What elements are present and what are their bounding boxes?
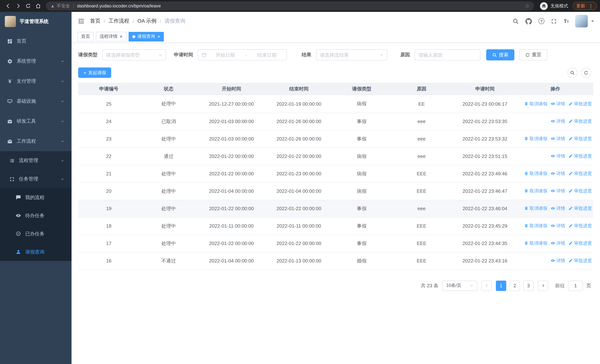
detail-link[interactable]: 详情 bbox=[551, 205, 565, 212]
next-page-button[interactable] bbox=[538, 280, 548, 291]
url-bar[interactable]: ▲ 不安全 dashboard.yudao.iocoder.cn/bpm/oa/… bbox=[46, 1, 534, 10]
approval-progress-link[interactable]: 审批进度 bbox=[569, 136, 592, 142]
search-icon[interactable] bbox=[513, 18, 519, 24]
sidebar-item-task-management[interactable]: 任务管理 bbox=[0, 170, 72, 188]
detail-link[interactable]: 详情 bbox=[551, 188, 565, 194]
cell-reason: eee bbox=[391, 148, 452, 165]
end-date-input[interactable] bbox=[251, 52, 283, 58]
fullscreen-icon[interactable] bbox=[551, 18, 557, 24]
sidebar-item-leave-query[interactable]: 请假查询 bbox=[0, 243, 72, 261]
forward-icon[interactable] bbox=[13, 1, 23, 11]
approval-progress-link[interactable]: 审批进度 bbox=[569, 170, 592, 177]
detail-link[interactable]: 详情 bbox=[551, 101, 565, 107]
tab-process-detail[interactable]: 流程详情 × bbox=[96, 32, 126, 41]
cancel-leave-link[interactable]: 取消请假 bbox=[524, 240, 547, 246]
result-input[interactable] bbox=[320, 52, 377, 58]
cell-status: 不通过 bbox=[139, 252, 198, 270]
approval-progress-link[interactable]: 审批进度 bbox=[569, 188, 592, 194]
avatar-caret-icon[interactable] bbox=[591, 20, 594, 22]
detail-link[interactable]: 详情 bbox=[551, 153, 565, 159]
goto-page-input[interactable] bbox=[568, 280, 583, 291]
update-chip[interactable]: 更新 ⋮ bbox=[572, 2, 597, 10]
breadcrumb-home[interactable]: 首页 bbox=[90, 18, 100, 24]
cancel-leave-link[interactable]: 取消请假 bbox=[524, 188, 547, 194]
approval-progress-link[interactable]: 审批进度 bbox=[569, 240, 592, 246]
refresh-icon[interactable] bbox=[23, 1, 33, 11]
breadcrumb-separator: / bbox=[133, 18, 134, 24]
page-2-button[interactable]: 2 bbox=[510, 280, 520, 291]
cell-leave-type: 事假 bbox=[333, 217, 391, 235]
cell-apply-id: 22 bbox=[78, 148, 139, 165]
sidebar-item-my-process[interactable]: 我的流程 bbox=[0, 188, 72, 206]
detail-link[interactable]: 详情 bbox=[551, 170, 565, 177]
breadcrumb-oa-example[interactable]: OA 示例 bbox=[138, 18, 157, 24]
prev-page-button[interactable] bbox=[481, 280, 492, 291]
back-icon[interactable] bbox=[3, 1, 13, 11]
sidebar-item-devtools[interactable]: 研发工具 bbox=[0, 111, 72, 131]
table-body: 25处理中2021-12-27 00:00:002022-01-19 00:00… bbox=[78, 95, 593, 270]
sidebar-item-done-tasks[interactable]: 已办任务 bbox=[0, 225, 72, 243]
update-label[interactable]: 更新 bbox=[576, 3, 585, 9]
app-logo[interactable]: 芋道管理系统 bbox=[0, 12, 72, 31]
security-warning[interactable]: ▲ 不安全 bbox=[50, 3, 70, 9]
sidebar-item-todo-tasks[interactable]: 待办任务 bbox=[0, 206, 72, 225]
toggle-search-button[interactable] bbox=[567, 68, 577, 78]
sidebar-item-system[interactable]: 系统管理 bbox=[0, 51, 72, 71]
tab-leave-query[interactable]: 请假查询 × bbox=[128, 32, 164, 41]
approval-progress-link[interactable]: 审批进度 bbox=[569, 223, 592, 229]
create-leave-button[interactable]: + 发起请假 bbox=[78, 67, 111, 78]
leave-type-input[interactable] bbox=[106, 52, 156, 58]
github-icon[interactable] bbox=[525, 18, 532, 24]
cancel-leave-link[interactable]: 取消请假 bbox=[524, 205, 547, 212]
approval-progress-link[interactable]: 审批进度 bbox=[569, 258, 592, 264]
tab-home[interactable]: 首页 bbox=[77, 32, 94, 41]
user-avatar[interactable] bbox=[575, 15, 588, 28]
cancel-leave-link[interactable]: 取消请假 bbox=[524, 170, 547, 177]
cell-operations: 详情审批进度 bbox=[517, 148, 593, 165]
detail-link[interactable]: 详情 bbox=[551, 258, 565, 264]
page-size-select[interactable]: 10条/页 bbox=[442, 280, 477, 291]
detail-link[interactable]: 详情 bbox=[551, 118, 565, 125]
detail-link[interactable]: 详情 bbox=[551, 136, 565, 142]
sidebar-fold-icon[interactable] bbox=[77, 18, 85, 25]
approval-progress-link[interactable]: 审批进度 bbox=[569, 205, 592, 212]
cancel-leave-link[interactable]: 取消请假 bbox=[524, 136, 547, 142]
reason-input[interactable] bbox=[418, 52, 477, 58]
search-button[interactable]: 搜索 bbox=[486, 49, 514, 60]
refresh-table-button[interactable] bbox=[581, 68, 591, 78]
home-icon[interactable] bbox=[33, 1, 43, 11]
sidebar-item-payment[interactable]: ¥ 支付管理 bbox=[0, 71, 72, 91]
result-select[interactable] bbox=[316, 49, 387, 60]
tab-close-icon[interactable]: × bbox=[157, 34, 160, 39]
approval-progress-link[interactable]: 审批进度 bbox=[569, 118, 592, 125]
page-3-button[interactable]: 3 bbox=[523, 280, 534, 291]
start-date-input[interactable] bbox=[209, 52, 242, 58]
detail-link[interactable]: 详情 bbox=[551, 240, 565, 246]
font-size-icon[interactable]: TT bbox=[564, 18, 569, 24]
approval-progress-link[interactable]: 审批进度 bbox=[569, 153, 592, 159]
sidebar-item-infrastructure[interactable]: 基础设施 bbox=[0, 91, 72, 111]
sidebar-item-home[interactable]: 首页 bbox=[0, 31, 72, 51]
reset-button[interactable]: 重置 bbox=[519, 49, 547, 60]
cancel-leave-link[interactable]: 取消请假 bbox=[524, 101, 547, 107]
help-icon[interactable]: ? bbox=[538, 18, 544, 24]
leave-type-select[interactable] bbox=[102, 49, 166, 60]
breadcrumb-workflow[interactable]: 工作流程 bbox=[109, 18, 129, 24]
table-row: 23处理中2022-01-03 00:00:002022-01-26 00:00… bbox=[78, 130, 593, 148]
sidebar-item-workflow[interactable]: 工作流程 bbox=[0, 131, 72, 151]
approval-progress-link[interactable]: 审批进度 bbox=[569, 101, 592, 107]
sidebar-item-process-management[interactable]: 流程管理 bbox=[0, 151, 72, 170]
cell-operations: 详情审批进度 bbox=[517, 252, 593, 270]
page-1-button[interactable]: 1 bbox=[496, 280, 506, 291]
detail-link[interactable]: 详情 bbox=[551, 223, 565, 229]
url-text[interactable]: dashboard.yudao.iocoder.cn/bpm/oa/leave bbox=[77, 3, 525, 9]
browser-menu-icon[interactable]: ⋮ bbox=[589, 3, 593, 8]
reason-field[interactable] bbox=[415, 49, 480, 60]
date-range-picker[interactable]: - bbox=[198, 49, 287, 60]
detail-icon bbox=[551, 224, 555, 228]
cell-end-time: 2022-01-13 00:00:00 bbox=[265, 252, 333, 270]
cell-apply-time: 2022-01-22 23:53:35 bbox=[452, 113, 517, 130]
bookmark-star-icon[interactable]: ☆ bbox=[525, 3, 530, 9]
cancel-leave-link[interactable]: 取消请假 bbox=[524, 223, 547, 229]
tab-close-icon[interactable]: × bbox=[120, 34, 122, 39]
